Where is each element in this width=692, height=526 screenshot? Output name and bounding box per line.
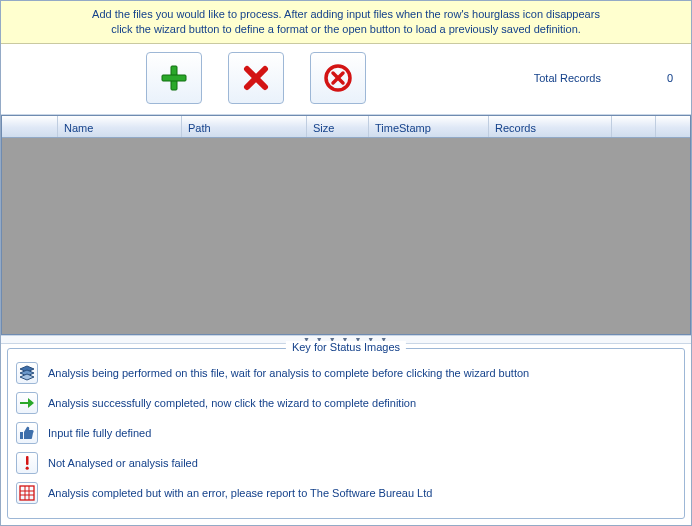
file-grid: NamePathSizeTimeStampRecords <box>1 115 691 335</box>
total-records-value: 0 <box>661 72 673 84</box>
warn-icon <box>16 452 38 474</box>
legend-text: Analysis completed but with an error, pl… <box>48 487 432 499</box>
legend-row-errgrid: Analysis completed but with an error, pl… <box>16 482 676 504</box>
add-file-button[interactable] <box>146 52 202 104</box>
svg-rect-13 <box>26 456 29 465</box>
toolbar: Total Records 0 <box>1 44 691 115</box>
svg-rect-12 <box>20 432 23 439</box>
grid-body[interactable] <box>2 138 690 334</box>
svg-marker-9 <box>20 374 34 380</box>
legend-text: Analysis being performed on this file, w… <box>48 367 529 379</box>
thumb-icon <box>16 422 38 444</box>
svg-rect-15 <box>20 486 34 500</box>
app-frame: Add the files you would like to process.… <box>0 0 692 526</box>
legend-title: Key for Status Images <box>286 341 406 353</box>
errgrid-icon <box>16 482 38 504</box>
grid-header: NamePathSizeTimeStampRecords <box>2 116 690 138</box>
x-icon <box>240 62 272 94</box>
remove-file-button[interactable] <box>228 52 284 104</box>
legend-row-layers: Analysis being performed on this file, w… <box>16 362 676 384</box>
column-header-records[interactable]: Records <box>489 116 612 137</box>
layers-icon <box>16 362 38 384</box>
plus-icon <box>158 62 190 94</box>
legend-groupbox: Key for Status Images Analysis being per… <box>7 348 685 519</box>
column-header-path[interactable]: Path <box>182 116 307 137</box>
total-records-label: Total Records <box>534 72 601 84</box>
column-header-blank-0[interactable] <box>2 116 58 137</box>
column-header-size[interactable]: Size <box>307 116 369 137</box>
instruction-banner: Add the files you would like to process.… <box>1 1 691 44</box>
svg-rect-1 <box>162 75 186 81</box>
legend-text: Not Analysed or analysis failed <box>48 457 198 469</box>
legend-text: Analysis successfully completed, now cli… <box>48 397 416 409</box>
legend-wrap: Key for Status Images Analysis being per… <box>1 344 691 525</box>
svg-marker-11 <box>28 398 34 408</box>
total-records-panel: Total Records 0 <box>501 72 681 84</box>
cancel-analysis-button[interactable] <box>310 52 366 104</box>
column-header-blank-6[interactable] <box>612 116 656 137</box>
arrow-icon <box>16 392 38 414</box>
circle-x-icon <box>322 62 354 94</box>
legend-row-thumb: Input file fully defined <box>16 422 676 444</box>
toolbar-buttons <box>11 52 501 104</box>
instruction-line-2: click the wizard button to define a form… <box>13 22 679 37</box>
legend-row-arrow: Analysis successfully completed, now cli… <box>16 392 676 414</box>
legend-row-warn: Not Analysed or analysis failed <box>16 452 676 474</box>
svg-point-14 <box>26 467 29 470</box>
instruction-line-1: Add the files you would like to process.… <box>13 7 679 22</box>
column-header-name[interactable]: Name <box>58 116 182 137</box>
column-header-timestamp[interactable]: TimeStamp <box>369 116 489 137</box>
legend-text: Input file fully defined <box>48 427 151 439</box>
